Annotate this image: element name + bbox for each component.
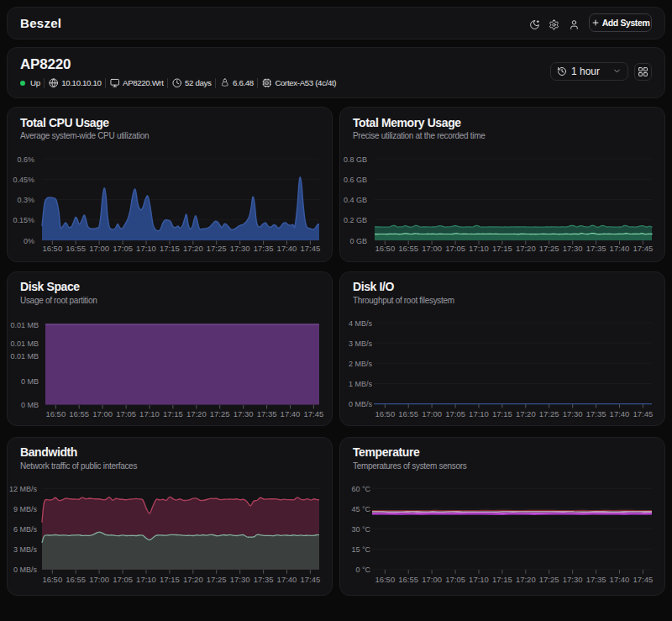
svg-text:16:55: 16:55 [66, 243, 86, 252]
svg-text:17:15: 17:15 [492, 408, 512, 418]
svg-text:17:00: 17:00 [92, 408, 113, 418]
svg-text:17:35: 17:35 [254, 243, 274, 252]
svg-text:17:20: 17:20 [516, 408, 536, 418]
svg-text:30 °C: 30 °C [351, 525, 370, 534]
svg-text:17:45: 17:45 [633, 574, 654, 583]
svg-text:17:20: 17:20 [183, 574, 203, 583]
svg-text:17:35: 17:35 [586, 243, 606, 252]
svg-text:17:40: 17:40 [277, 574, 297, 583]
svg-text:17:00: 17:00 [89, 574, 109, 583]
svg-text:17:10: 17:10 [469, 408, 489, 418]
svg-text:17:40: 17:40 [610, 243, 630, 252]
svg-text:17:15: 17:15 [160, 574, 180, 583]
svg-text:45 °C: 45 °C [351, 504, 370, 513]
svg-text:4 MB/s: 4 MB/s [349, 318, 373, 327]
svg-text:3 MB/s: 3 MB/s [349, 339, 373, 347]
svg-text:15 °C: 15 °C [351, 545, 370, 554]
svg-text:16:55: 16:55 [398, 408, 418, 418]
svg-text:17:30: 17:30 [230, 243, 250, 252]
svg-text:0.01 MB: 0.01 MB [10, 339, 39, 348]
svg-text:17:20: 17:20 [183, 243, 203, 252]
svg-text:17:05: 17:05 [445, 574, 465, 583]
svg-text:17:05: 17:05 [445, 408, 465, 418]
svg-text:17:30: 17:30 [563, 243, 583, 252]
svg-text:17:10: 17:10 [136, 243, 156, 252]
svg-text:16:50: 16:50 [375, 574, 395, 583]
svg-text:17:10: 17:10 [139, 408, 160, 418]
svg-text:0 MB/s: 0 MB/s [13, 566, 38, 574]
svg-text:17:45: 17:45 [633, 243, 654, 252]
svg-text:17:35: 17:35 [254, 574, 274, 583]
svg-text:0 °C: 0 °C [355, 566, 370, 574]
svg-text:3 MB/s: 3 MB/s [13, 545, 38, 554]
svg-text:17:40: 17:40 [610, 408, 630, 418]
svg-text:17:00: 17:00 [89, 243, 109, 252]
svg-text:17:35: 17:35 [586, 408, 606, 418]
svg-text:17:45: 17:45 [633, 408, 654, 418]
svg-text:17:05: 17:05 [445, 243, 465, 252]
svg-text:9 MB/s: 9 MB/s [13, 504, 38, 513]
svg-text:17:00: 17:00 [422, 408, 442, 418]
svg-text:17:20: 17:20 [186, 408, 207, 418]
svg-text:0.45%: 0.45% [13, 175, 34, 183]
svg-text:17:35: 17:35 [257, 408, 277, 418]
svg-text:16:55: 16:55 [398, 243, 418, 252]
svg-text:16:55: 16:55 [66, 574, 86, 583]
svg-text:17:30: 17:30 [230, 574, 250, 583]
svg-text:17:45: 17:45 [301, 574, 321, 583]
svg-text:17:10: 17:10 [469, 574, 489, 583]
svg-text:0.6%: 0.6% [17, 155, 34, 163]
svg-text:0 MB: 0 MB [21, 376, 39, 385]
svg-text:16:50: 16:50 [45, 408, 66, 418]
svg-text:17:25: 17:25 [539, 408, 559, 418]
svg-text:0.3%: 0.3% [17, 196, 34, 204]
svg-text:17:25: 17:25 [207, 574, 227, 583]
svg-text:17:15: 17:15 [160, 243, 180, 252]
svg-text:60 °C: 60 °C [351, 484, 370, 492]
svg-text:17:05: 17:05 [113, 243, 133, 252]
svg-text:16:55: 16:55 [398, 574, 418, 583]
svg-text:0%: 0% [24, 236, 34, 245]
svg-text:17:35: 17:35 [586, 574, 606, 583]
svg-text:17:00: 17:00 [422, 243, 442, 252]
svg-text:1 MB/s: 1 MB/s [349, 379, 373, 387]
svg-text:17:30: 17:30 [563, 408, 583, 418]
svg-text:0.6 GB: 0.6 GB [344, 175, 367, 183]
svg-text:17:15: 17:15 [492, 574, 512, 583]
svg-text:12 MB/s: 12 MB/s [9, 484, 38, 492]
svg-text:0 MB: 0 MB [21, 401, 39, 409]
svg-text:17:10: 17:10 [136, 574, 156, 583]
svg-text:17:25: 17:25 [207, 243, 227, 252]
svg-text:17:45: 17:45 [304, 408, 324, 418]
svg-text:17:10: 17:10 [469, 243, 489, 252]
svg-text:17:25: 17:25 [210, 408, 230, 418]
svg-text:17:05: 17:05 [113, 574, 133, 583]
svg-text:16:50: 16:50 [42, 243, 62, 252]
svg-text:17:20: 17:20 [516, 243, 536, 252]
svg-text:0.8 GB: 0.8 GB [344, 155, 367, 163]
svg-text:2 MB/s: 2 MB/s [349, 359, 373, 367]
svg-text:17:30: 17:30 [563, 574, 583, 583]
svg-text:16:55: 16:55 [69, 408, 89, 418]
svg-text:0 MB/s: 0 MB/s [349, 400, 373, 408]
svg-text:0.01 MB: 0.01 MB [10, 320, 39, 329]
svg-text:17:40: 17:40 [281, 408, 301, 418]
svg-text:17:25: 17:25 [539, 243, 559, 252]
svg-text:17:05: 17:05 [116, 408, 136, 418]
svg-text:17:40: 17:40 [610, 574, 630, 583]
svg-text:17:15: 17:15 [163, 408, 183, 418]
svg-text:17:15: 17:15 [492, 243, 512, 252]
svg-text:17:20: 17:20 [516, 574, 536, 583]
svg-text:0.2 GB: 0.2 GB [344, 216, 367, 224]
svg-text:0.15%: 0.15% [13, 216, 34, 224]
svg-text:17:45: 17:45 [301, 243, 321, 252]
svg-text:17:40: 17:40 [277, 243, 297, 252]
svg-text:0.4 GB: 0.4 GB [344, 196, 367, 204]
svg-text:17:25: 17:25 [539, 574, 559, 583]
svg-text:0.01 MB: 0.01 MB [10, 352, 39, 360]
svg-text:16:50: 16:50 [375, 243, 395, 252]
svg-text:17:00: 17:00 [422, 574, 442, 583]
svg-text:6 MB/s: 6 MB/s [13, 525, 38, 534]
svg-text:16:50: 16:50 [375, 408, 395, 418]
svg-text:0 GB: 0 GB [349, 236, 367, 245]
